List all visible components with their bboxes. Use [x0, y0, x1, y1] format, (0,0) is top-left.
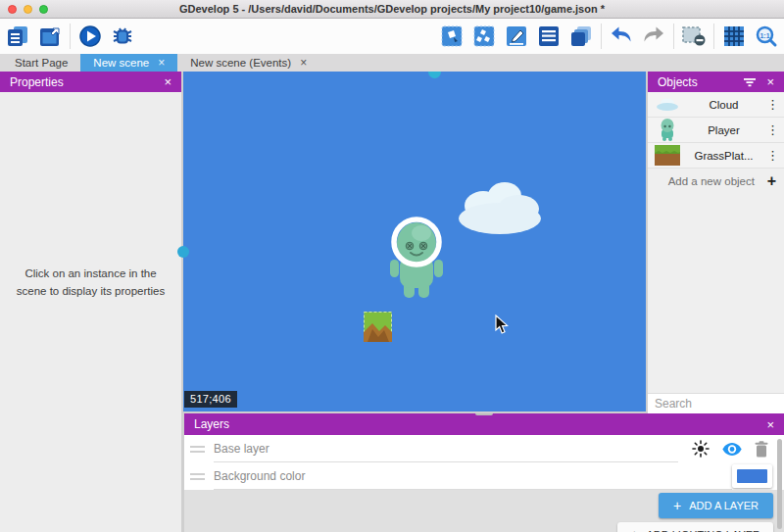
object-row-player[interactable]: Player ⋮ — [648, 118, 784, 143]
object-name: GrassPlat... — [681, 150, 766, 162]
close-panel-icon[interactable]: × — [164, 74, 172, 89]
toolbar-separator — [673, 24, 674, 49]
background-color-swatch[interactable] — [737, 469, 767, 483]
open-objects-editor-button[interactable] — [439, 24, 465, 49]
drag-handle-icon[interactable] — [190, 446, 205, 453]
scene-canvas[interactable]: 517;406 — [183, 72, 646, 411]
layers-panel-footer: + ADD A LAYER + ADD LIGHTING LAYER — [184, 490, 784, 532]
toolbar: 1:1 — [0, 19, 784, 54]
layers-scrollbar[interactable] — [777, 439, 782, 529]
search-input[interactable] — [655, 397, 784, 411]
add-layer-label: ADD A LAYER — [689, 500, 759, 511]
zoom-1-1-icon: 1:1 — [755, 24, 778, 48]
layer-effects-icon[interactable] — [692, 440, 710, 458]
properties-panel: Properties × Click on an instance in the… — [0, 72, 181, 532]
object-row-cloud[interactable]: Cloud ⋮ — [648, 92, 784, 118]
layer-delete-trash-icon[interactable] — [755, 441, 768, 458]
titlebar: GDevelop 5 - /Users/david/Documents/GDev… — [0, 0, 784, 19]
layer-name-field[interactable]: Background color — [214, 462, 732, 490]
filter-icon[interactable] — [743, 76, 757, 88]
open-instances-list-button[interactable] — [536, 24, 562, 49]
open-object-groups-editor-button[interactable] — [471, 24, 497, 49]
main-area: Properties × Click on an instance in the… — [0, 72, 784, 532]
toolbar-separator — [601, 24, 602, 49]
player-instance[interactable] — [389, 217, 444, 305]
edit-pencil-icon — [505, 24, 528, 48]
preview-window-icon — [38, 24, 62, 48]
cursor-coordinates-badge: 517;406 — [184, 391, 237, 408]
object-groups-icon — [472, 24, 496, 48]
undo-button[interactable] — [609, 24, 634, 49]
svg-text:1:1: 1:1 — [760, 32, 769, 39]
cloud-thumbnail-icon — [654, 97, 681, 112]
window-title: GDevelop 5 - /Users/david/Documents/GDev… — [0, 3, 784, 15]
layers-panel-drag-handle[interactable] — [475, 413, 493, 415]
add-object-button[interactable]: Add a new object + — [648, 169, 784, 193]
toggle-grid-button[interactable] — [721, 24, 747, 49]
object-menu-icon[interactable]: ⋮ — [766, 122, 778, 137]
close-tab-icon[interactable]: × — [300, 57, 307, 69]
layers-stack-icon — [569, 24, 593, 48]
layer-visibility-eye-icon[interactable] — [722, 442, 742, 457]
properties-panel-header: Properties × — [0, 72, 181, 92]
objects-panel-title: Objects — [658, 75, 743, 89]
objects-panel-empty-space — [648, 193, 784, 393]
object-name: Player — [681, 124, 766, 136]
open-scene-properties-button[interactable] — [504, 24, 529, 49]
play-preview-button[interactable] — [77, 24, 103, 49]
object-menu-icon[interactable]: ⋮ — [766, 148, 778, 163]
layer-row-background-color[interactable]: Background color — [184, 462, 784, 490]
undo-icon — [610, 24, 633, 48]
plus-icon: + — [630, 528, 638, 532]
tab-label: New scene (Events) — [190, 57, 291, 69]
mouse-cursor-icon — [495, 314, 510, 339]
tab-label: Start Page — [15, 57, 68, 69]
project-manager-icon — [6, 24, 29, 48]
tab-new-scene[interactable]: New scene × — [80, 54, 177, 72]
layer-name-field[interactable]: Base layer — [214, 435, 678, 462]
add-layer-button[interactable]: + ADD A LAYER — [659, 493, 773, 518]
preview-window-button[interactable] — [37, 24, 63, 49]
redo-button[interactable] — [641, 24, 666, 49]
objects-editor-icon — [440, 24, 464, 48]
properties-empty-message: Click on an instance in the scene to dis… — [0, 92, 181, 532]
open-layers-editor-button[interactable] — [568, 24, 594, 49]
object-name: Cloud — [681, 99, 766, 111]
project-manager-button[interactable] — [5, 24, 30, 49]
close-tab-icon[interactable]: × — [158, 57, 165, 69]
close-panel-icon[interactable]: × — [766, 74, 774, 89]
toggle-mask-button[interactable] — [681, 24, 707, 49]
background-color-picker[interactable] — [732, 464, 772, 488]
objects-panel: Objects × Cloud ⋮ Player ⋮ GrassPlat... — [648, 72, 784, 413]
drag-handle-icon[interactable] — [190, 473, 205, 480]
close-panel-icon[interactable]: × — [766, 417, 774, 432]
grass-platform-thumbnail-icon — [654, 145, 681, 166]
layers-panel-header: Layers × — [184, 413, 784, 435]
mask-icon — [681, 24, 707, 48]
layers-panel-title: Layers — [194, 417, 759, 431]
toolbar-separator — [713, 24, 714, 49]
plus-icon: + — [673, 499, 681, 512]
grass-platform-instance[interactable] — [364, 312, 392, 346]
layer-row-base[interactable]: Base layer — [184, 435, 784, 462]
debug-bug-icon — [111, 24, 134, 48]
redo-icon — [642, 24, 665, 48]
objects-search-bar — [648, 393, 784, 413]
cloud-instance[interactable] — [456, 179, 546, 240]
object-row-grassplatform[interactable]: GrassPlat... ⋮ — [648, 143, 784, 169]
play-icon — [78, 24, 102, 48]
tab-bar: Start Page New scene × New scene (Events… — [0, 54, 784, 72]
object-menu-icon[interactable]: ⋮ — [766, 97, 778, 112]
canvas-resize-handle-left[interactable] — [177, 246, 189, 258]
tab-label: New scene — [93, 57, 149, 69]
debug-button[interactable] — [110, 24, 135, 49]
add-lighting-layer-button[interactable]: + ADD LIGHTING LAYER — [617, 522, 773, 532]
tab-start-page[interactable]: Start Page — [2, 54, 80, 72]
add-object-label: Add a new object — [656, 175, 767, 187]
properties-panel-title: Properties — [10, 75, 156, 89]
objects-panel-header: Objects × — [648, 72, 784, 92]
tab-new-scene-events[interactable]: New scene (Events) × — [177, 54, 319, 72]
toolbar-separator — [70, 24, 71, 49]
player-thumbnail-icon — [654, 119, 681, 141]
zoom-button[interactable]: 1:1 — [754, 24, 779, 49]
